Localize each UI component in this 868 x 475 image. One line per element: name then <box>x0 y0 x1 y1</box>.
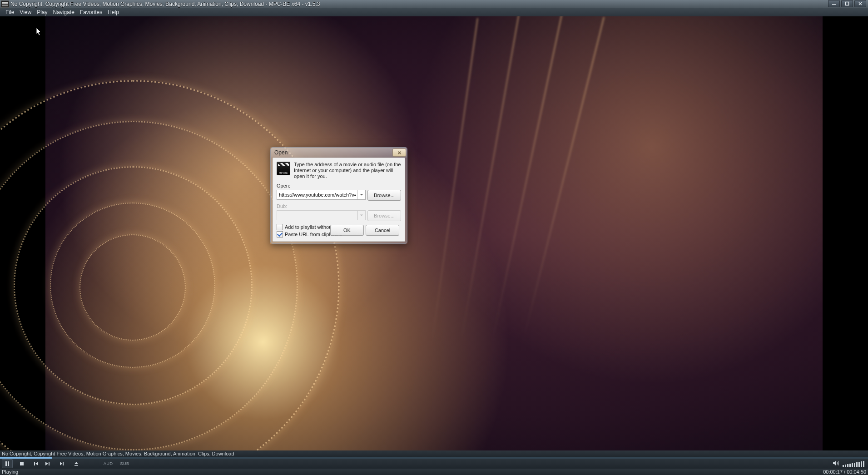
app-icon <box>1 0 9 8</box>
file-status-bar: No Copyright, Copyright Free Videos, Mot… <box>0 450 868 457</box>
pause-button[interactable] <box>2 459 13 468</box>
menu-play[interactable]: Play <box>34 8 50 16</box>
dialog-description: Type the address of a movie or audio fil… <box>294 162 401 179</box>
paste-url-checkbox[interactable] <box>277 231 283 238</box>
menu-view[interactable]: View <box>17 8 34 16</box>
current-file-label: No Copyright, Copyright Free Videos, Mot… <box>2 450 234 457</box>
dub-combobox <box>277 210 366 220</box>
mouse-cursor <box>36 27 42 38</box>
dub-label: Dub: <box>277 203 401 209</box>
dub-dropdown-button <box>357 211 365 220</box>
video-area[interactable] <box>0 16 868 450</box>
time-display: 00:00:17 / 00:04:50 <box>823 469 866 475</box>
maximize-button[interactable] <box>841 0 853 7</box>
menu-help[interactable]: Help <box>105 8 122 16</box>
playback-state: Playing <box>2 469 18 475</box>
next-button[interactable] <box>42 459 53 468</box>
open-label: Open: <box>277 183 401 188</box>
svg-rect-6 <box>5 461 7 466</box>
add-to-playlist-checkbox[interactable] <box>277 224 283 230</box>
menu-file[interactable]: File <box>3 8 17 16</box>
volume-icon[interactable] <box>833 460 840 468</box>
svg-rect-12 <box>74 465 78 466</box>
svg-rect-8 <box>20 462 24 465</box>
svg-rect-7 <box>8 461 9 466</box>
svg-rect-1 <box>846 2 849 5</box>
previous-button[interactable] <box>31 459 42 468</box>
window-title: No Copyright, Copyright Free Videos, Mot… <box>10 1 320 7</box>
browse-dub-button: Browse... <box>367 210 401 221</box>
stop-button[interactable] <box>16 459 27 468</box>
menu-navigate[interactable]: Navigate <box>50 8 77 16</box>
volume-slider[interactable] <box>843 461 864 467</box>
open-input[interactable] <box>277 191 357 199</box>
open-dialog: Open Type the address of a movie or audi… <box>270 147 407 244</box>
svg-rect-10 <box>49 462 50 465</box>
dialog-close-button[interactable] <box>392 148 406 157</box>
eject-button[interactable] <box>71 459 82 468</box>
menu-favorites[interactable]: Favorites <box>77 8 105 16</box>
minimize-button[interactable] <box>828 0 840 7</box>
open-combobox[interactable] <box>277 190 366 200</box>
cancel-button[interactable]: Cancel <box>366 225 399 236</box>
svg-rect-9 <box>34 462 35 465</box>
open-dropdown-button[interactable] <box>357 190 365 199</box>
title-bar: No Copyright, Copyright Free Videos, Mot… <box>0 0 868 8</box>
dialog-title-bar[interactable]: Open <box>271 148 407 158</box>
step-button[interactable] <box>56 459 67 468</box>
playback-status-bar: Playing 00:00:17 / 00:04:50 <box>0 469 868 475</box>
close-button[interactable] <box>854 0 866 7</box>
video-frame <box>45 16 823 450</box>
sub-label[interactable]: SUB <box>120 461 129 466</box>
ok-button[interactable]: OK <box>330 225 364 236</box>
browse-open-button[interactable]: Browse... <box>367 190 401 201</box>
aud-label[interactable]: AUD <box>104 461 113 466</box>
dub-input <box>277 211 357 219</box>
clapperboard-icon <box>277 162 290 175</box>
dialog-title: Open <box>274 149 392 156</box>
menu-bar: File View Play Navigate Favorites Help <box>0 8 868 16</box>
controls-bar: AUD SUB <box>0 459 868 469</box>
svg-rect-11 <box>63 462 64 465</box>
